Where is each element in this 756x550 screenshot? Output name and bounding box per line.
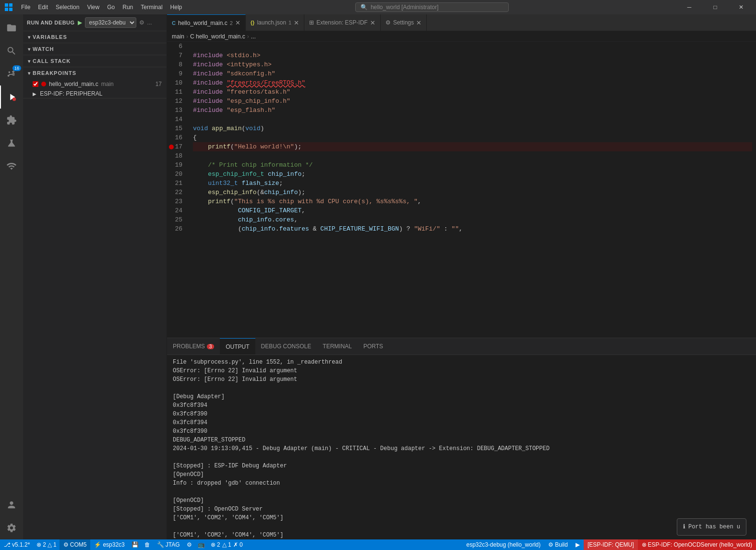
- code-line-15: void app_main(void): [193, 124, 752, 133]
- activity-bar: 16: [0, 14, 23, 539]
- tab-launch-close[interactable]: ✕: [294, 19, 299, 26]
- esp-peripheral-item[interactable]: ▶ ESP-IDF: PERIPHERAL: [23, 89, 167, 98]
- status-build-btn[interactable]: ⚙ Build: [544, 539, 572, 550]
- activity-account[interactable]: [0, 493, 23, 516]
- activity-source-control[interactable]: 16: [0, 62, 23, 86]
- menu-go[interactable]: Go: [103, 2, 119, 12]
- tab-hello-world-close[interactable]: ✕: [235, 19, 240, 26]
- status-icons-row[interactable]: ⊗ 2 △ 1 ✗ 0: [208, 539, 246, 550]
- tab-terminal[interactable]: TERMINAL: [317, 338, 358, 354]
- ln-11: 11: [167, 87, 189, 97]
- activity-explorer[interactable]: [0, 16, 23, 39]
- ln-26: 26: [167, 224, 189, 233]
- activity-run-debug[interactable]: [0, 86, 23, 109]
- tab-settings-close[interactable]: ✕: [416, 19, 421, 26]
- debug-gear-icon[interactable]: ⚙: [139, 19, 144, 26]
- errors-icon: ⊗: [36, 541, 41, 548]
- search-box[interactable]: 🔍 hello_world [Administrator]: [355, 2, 509, 12]
- output-line-10: DEBUG_ADAPTER_STOPPED: [173, 436, 750, 444]
- code-line-17: printf("Hello world!\n");: [193, 142, 752, 151]
- problems-badge: 3: [207, 344, 215, 349]
- menu-selection[interactable]: Selection: [52, 2, 83, 12]
- panel-output-content[interactable]: File 'subprocess.py', line 1552, in _rea…: [167, 355, 756, 539]
- activity-esp-test[interactable]: [0, 132, 23, 155]
- code-line-7: #include <stdio.h>: [193, 51, 752, 60]
- status-errors[interactable]: ⊗ 2 △ 1: [34, 539, 59, 550]
- ln-21: 21: [167, 179, 189, 188]
- port-notification: ℹ Port has been u: [677, 518, 746, 536]
- status-erase-icon[interactable]: 🗑: [142, 539, 153, 550]
- tab-output[interactable]: OUTPUT: [220, 338, 255, 354]
- breadcrumb-more[interactable]: ...: [251, 33, 256, 40]
- jtag-icon: 🔧: [157, 541, 164, 548]
- ln-14: 14: [167, 115, 189, 124]
- activity-search[interactable]: [0, 39, 23, 62]
- menu-file[interactable]: File: [17, 2, 34, 12]
- section-callstack-header[interactable]: ▾ CALL STACK: [23, 55, 167, 67]
- ln-9: 9: [167, 69, 189, 78]
- status-monitor[interactable]: 📺: [195, 539, 208, 550]
- breakpoint-dot: [41, 82, 46, 86]
- status-git[interactable]: ⎇ v5.1.2*: [0, 539, 34, 550]
- build-label: Build: [555, 541, 568, 548]
- breakpoints-list: hello_world_main.c main 17: [23, 79, 167, 89]
- minimize-button[interactable]: ─: [678, 0, 700, 14]
- section-variables-header[interactable]: ▾ VARIABLES: [23, 31, 167, 43]
- status-debug-target[interactable]: esp32c3-debug (hello_world): [462, 539, 544, 550]
- tab-hello-world[interactable]: C hello_world_main.c 2 ✕: [167, 14, 246, 31]
- debug-config-select[interactable]: esp32c3-debu: [85, 17, 136, 28]
- activity-extensions[interactable]: [0, 109, 23, 132]
- esp-openocd-icon: ⊗: [642, 541, 647, 548]
- code-panel: 6 7 8 9 10 11 12 13 14 15 16 17: [167, 42, 756, 338]
- status-openocd[interactable]: ⚙: [184, 539, 195, 550]
- run-debug-label: RUN AND DEBUG: [27, 20, 75, 25]
- status-esp-qemu[interactable]: [ESP-IDF: QEMU]: [584, 539, 638, 550]
- chevron-callstack: ▾: [28, 59, 31, 64]
- menu-terminal[interactable]: Terminal: [137, 2, 166, 12]
- editor-area: C hello_world_main.c 2 ✕ {} launch.json …: [167, 14, 756, 539]
- tab-debug-console[interactable]: DEBUG CONSOLE: [255, 338, 317, 354]
- section-watch-header[interactable]: ▾ WATCH: [23, 43, 167, 55]
- menu-run[interactable]: Run: [119, 2, 137, 12]
- debug-target-label: esp32c3-debug (hello_world): [466, 541, 540, 548]
- panel-tabs: PROBLEMS 3 OUTPUT DEBUG CONSOLE TERMINAL…: [167, 338, 756, 355]
- code-line-8: #include <inttypes.h>: [193, 60, 752, 69]
- activity-settings[interactable]: [0, 516, 23, 539]
- activity-esp-openocd[interactable]: [0, 155, 23, 178]
- tab-problems[interactable]: PROBLEMS 3: [167, 338, 220, 354]
- code-line-23: printf("This is %s chip with %d CPU core…: [193, 197, 752, 206]
- status-esp-openocd[interactable]: ⊗ ESP-IDF: OpenOCDServer (hello_world): [638, 539, 756, 550]
- tab-settings[interactable]: ⚙ Settings ✕: [381, 14, 427, 31]
- menu-edit[interactable]: Edit: [34, 2, 52, 12]
- maximize-button[interactable]: □: [704, 0, 726, 14]
- bottom-panel: PROBLEMS 3 OUTPUT DEBUG CONSOLE TERMINAL…: [167, 338, 756, 539]
- output-line-21: ['COM1', 'COM2', 'COM4', 'COM5']: [173, 531, 750, 539]
- status-chip[interactable]: ⚡ esp32c3: [90, 539, 128, 550]
- menu-view[interactable]: View: [83, 2, 103, 12]
- breadcrumb-sep1: ›: [186, 33, 188, 40]
- menu-bar: File Edit Selection View Go Run Terminal…: [17, 2, 186, 12]
- tab-launch-json[interactable]: {} launch.json 1 ✕: [246, 14, 304, 31]
- status-flash-btn[interactable]: ▶: [572, 539, 584, 550]
- code-content[interactable]: #include <stdio.h> #include <inttypes.h>…: [189, 42, 756, 338]
- status-port[interactable]: ⚙ COM5: [60, 539, 91, 550]
- tab-ext-close[interactable]: ✕: [370, 19, 375, 26]
- close-button[interactable]: ✕: [730, 0, 752, 14]
- debug-toolbar: RUN AND DEBUG ▶ esp32c3-debu ⚙ ...: [23, 14, 167, 31]
- status-jtag[interactable]: 🔧 JTAG: [153, 539, 184, 550]
- code-line-9: #include "sdkconfig.h": [193, 69, 752, 78]
- debug-more-icon[interactable]: ...: [147, 19, 152, 26]
- breadcrumb: main › C hello_world_main.c › ...: [167, 31, 756, 42]
- breadcrumb-main[interactable]: main: [172, 33, 184, 40]
- breadcrumb-file[interactable]: C hello_world_main.c: [190, 33, 245, 40]
- tab-ports[interactable]: PORTS: [358, 338, 389, 354]
- section-breakpoints-header[interactable]: ▾ BREAKPOINTS: [23, 67, 167, 79]
- menu-help[interactable]: Help: [167, 2, 186, 12]
- breakpoint-checkbox[interactable]: [33, 81, 38, 87]
- status-flash-icon[interactable]: 💾: [129, 539, 142, 550]
- tab-extension[interactable]: ⊞ Extension: ESP-IDF ✕: [304, 14, 381, 31]
- terminal-label: TERMINAL: [323, 343, 352, 350]
- source-control-badge: 16: [12, 65, 21, 71]
- breakpoint-item[interactable]: hello_world_main.c main 17: [23, 80, 167, 88]
- code-line-11: #include "freertos/task.h": [193, 87, 752, 97]
